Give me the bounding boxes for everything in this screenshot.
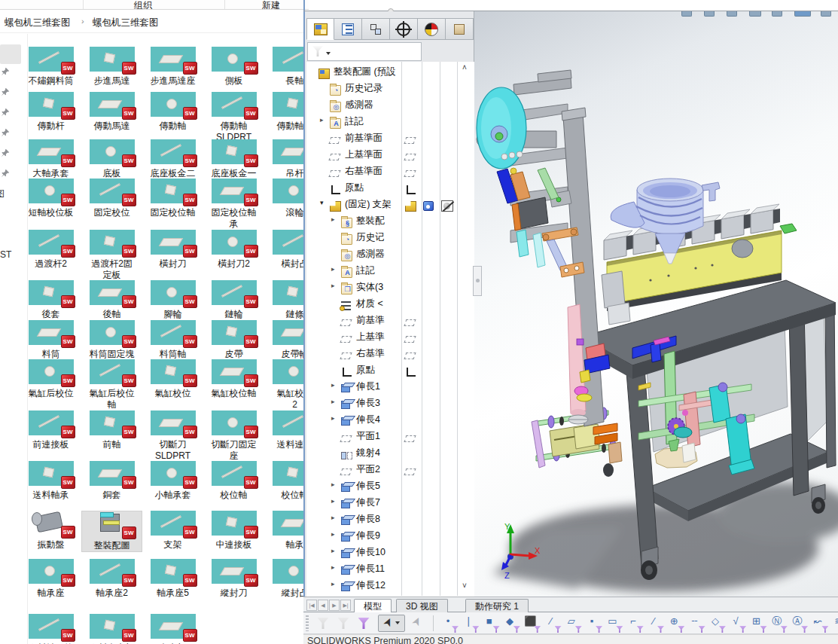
hud-icon-partial[interactable] (681, 11, 692, 17)
stacked-filters-button[interactable] (334, 615, 352, 632)
expand-arrow-icon[interactable]: ▸ (331, 547, 335, 554)
new-menu[interactable]: 新建 (262, 0, 280, 10)
expand-arrow-icon[interactable]: ▸ (331, 514, 335, 521)
expand-arrow-icon[interactable]: ▸ (331, 398, 335, 405)
file-item[interactable]: SW縱封凸 (264, 559, 309, 599)
pin-icon[interactable] (1, 87, 10, 96)
tree-item[interactable]: ◔历史记录 (306, 80, 474, 96)
file-item[interactable]: SW傳動軸SLDPRT (203, 92, 264, 143)
pin-icon[interactable] (1, 148, 10, 157)
file-item[interactable]: SW底座板金二 (142, 139, 203, 179)
tree-item[interactable]: 平面1 (306, 428, 474, 444)
file-item[interactable]: SW小軸承套 (142, 461, 203, 501)
filter-surface-bodies-button[interactable]: ◆ (502, 615, 521, 633)
tree-item[interactable]: ▸❒实体(3 (306, 279, 474, 295)
filter-geometric-tolerances-button[interactable]: ⊞ (749, 615, 768, 633)
tree-item[interactable]: ▸伸長9 (306, 527, 474, 544)
tree-item[interactable]: ▾(固定) 支架 (306, 196, 474, 212)
filter-axes-button[interactable]: ⁄ (544, 615, 562, 633)
file-item[interactable]: SW橫封刀 (142, 230, 203, 270)
expand-arrow-icon[interactable]: ▸ (331, 497, 335, 505)
document-tab-模型[interactable]: 模型 (354, 599, 392, 613)
tab-configurationmanager[interactable] (362, 18, 390, 40)
file-item[interactable]: SW軸承座5 (142, 559, 203, 599)
file-item[interactable]: SW料筒軸 (142, 320, 203, 360)
file-item[interactable]: SW底座板金一 (203, 139, 264, 179)
file-item[interactable]: SW滾輪 (264, 179, 309, 218)
expand-arrow-icon[interactable]: ▸ (320, 116, 324, 124)
tab-dimxpertmanager[interactable] (390, 18, 418, 40)
tree-item[interactable]: 原點 (306, 179, 474, 196)
tree-item[interactable]: ▸伸長5 (306, 478, 474, 494)
hud-icon-partial[interactable] (794, 11, 811, 17)
filter-midpoints-button[interactable]: ∕ (646, 615, 665, 633)
hud-icon-partial[interactable] (772, 11, 782, 17)
hud-icon-partial[interactable] (704, 11, 715, 17)
file-item[interactable]: SW底板 (81, 139, 142, 179)
file-item[interactable]: SW皮帶輪 (264, 320, 309, 360)
hud-icon-partial[interactable] (821, 11, 831, 17)
tree-item[interactable]: ▸伸長8 (306, 511, 474, 527)
pin-icon[interactable] (1, 108, 10, 117)
file-item[interactable]: SW長軸 (264, 47, 309, 87)
file-item[interactable]: SW銅套 (81, 461, 142, 501)
file-item[interactable]: SW支架 (142, 511, 203, 551)
file-item[interactable]: SW氣缸校位2 (264, 359, 309, 411)
file-item[interactable]: SW不鏽鋼料筒 (28, 47, 81, 87)
tree-item[interactable]: ▸§整裝配 (306, 212, 474, 229)
tree-item[interactable]: ▸A註記 (306, 113, 474, 130)
filter-centerlines-button[interactable]: ╌ (687, 615, 706, 633)
file-item[interactable]: SW傳動馬達 (81, 92, 142, 132)
file-item[interactable]: SW大軸承套 (28, 139, 81, 179)
tab-displaymanager[interactable] (418, 18, 446, 40)
nav-item-fragment[interactable]: 图 (0, 188, 5, 200)
file-item[interactable]: SW軸承座2 (81, 559, 142, 599)
tree-item[interactable]: ▸伸長12 (306, 577, 474, 594)
file-item[interactable]: SW料筒 (28, 320, 81, 360)
file-item[interactable]: SW短軸校位板 (28, 179, 81, 218)
viewport-splitter-handle[interactable] (473, 266, 482, 296)
file-item[interactable]: SW氣缸校位 (142, 359, 203, 399)
file-item[interactable]: SW振動盤 (28, 511, 81, 551)
filter-vertices-button[interactable]: • (440, 615, 459, 633)
clear-all-filters-button[interactable] (314, 615, 332, 632)
file-item[interactable]: SW後套 (28, 280, 81, 320)
filter-sketches-button[interactable]: ▭ (605, 615, 623, 633)
file-item[interactable]: SW橫封凸 (264, 230, 309, 270)
collapse-arrow-icon[interactable]: ▾ (320, 199, 324, 206)
file-item[interactable]: SW前連接板 (28, 411, 81, 450)
filter-faces-button[interactable]: ■ (482, 615, 501, 633)
organize-menu[interactable]: 组织 (134, 0, 152, 10)
tree-item[interactable]: ▸伸長10 (306, 544, 474, 560)
tree-item[interactable]: ▸伸長4 (306, 411, 474, 428)
expand-arrow-icon[interactable]: ▸ (331, 563, 335, 571)
toggle-selection-filters-button[interactable] (355, 615, 373, 632)
file-item[interactable]: SW固定校位軸 (142, 179, 203, 218)
document-tab-動作研究1[interactable]: 動作研究 1 (465, 599, 529, 613)
go-to-start-button[interactable]: |◀ (306, 600, 317, 611)
tree-item[interactable]: 右基準面 (306, 163, 474, 179)
file-item[interactable]: SW固定校位軸承 (203, 179, 264, 230)
file-item[interactable]: SW縱封左支架 (81, 614, 142, 644)
pin-icon[interactable] (1, 128, 10, 137)
breadcrumb-root[interactable]: 螺包机三维套图 (5, 17, 71, 29)
expand-arrow-icon[interactable]: ▸ (331, 381, 335, 389)
file-item[interactable]: SW送料連軸 (264, 411, 309, 450)
file-item[interactable]: SW校位軸 (264, 461, 309, 501)
tree-filter-box[interactable] (307, 42, 422, 61)
filter-solid-bodies-button[interactable]: ⬛ (523, 615, 541, 633)
filter-sketch-points-button[interactable]: ▪ (584, 615, 603, 633)
file-item[interactable]: SW中連接板 (203, 511, 264, 551)
filter-sketch-segments-button[interactable]: ⌐ (626, 615, 644, 633)
tree-item[interactable]: 平面2 (306, 461, 474, 478)
tree-item[interactable]: ▸伸長3 (306, 395, 474, 411)
filter-planes-button[interactable]: ▱ (564, 615, 583, 633)
pin-icon[interactable] (1, 67, 10, 76)
lasso-select-button[interactable]: ➤ (407, 615, 425, 632)
file-item[interactable]: SW氣缸后校位軸 (81, 359, 142, 411)
tree-item[interactable]: 整裝配圖 (預設 (306, 63, 474, 80)
filter-weld-symbols-button[interactable]: ↜ (810, 615, 829, 633)
expand-arrow-icon[interactable]: ▸ (331, 414, 335, 422)
tree-item[interactable]: 上基準面 (306, 146, 474, 163)
tree-item[interactable]: ◔历史记 (306, 229, 474, 246)
